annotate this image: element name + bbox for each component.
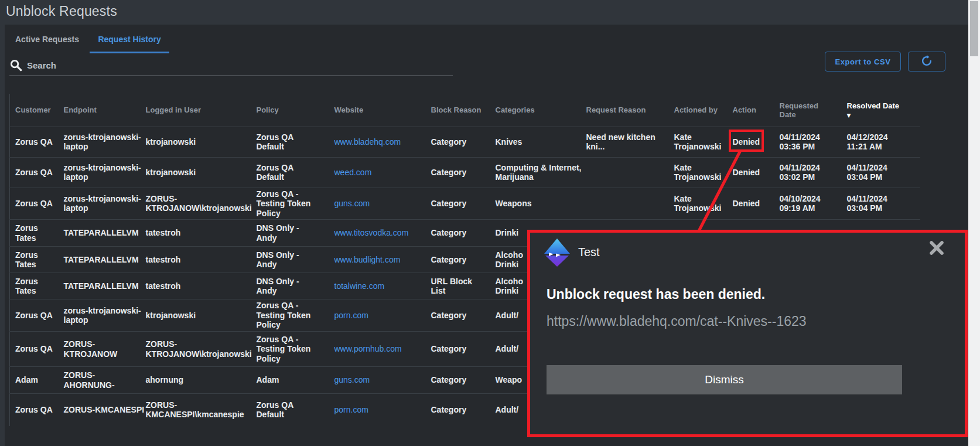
page-title: Unblock Requests [6, 4, 117, 19]
popup-url: https://www.bladehq.com/cat--Knives--162… [547, 314, 807, 329]
search-input[interactable] [27, 60, 453, 73]
cell-categories: Computing & Internet, Marijuana [489, 157, 579, 188]
cell-website: guns.com [327, 188, 424, 220]
column-header[interactable]: Website [327, 94, 424, 127]
cell-block-reason: URL Block List [424, 273, 489, 299]
cell-logged-in-user: tatestroh [139, 273, 250, 299]
column-header[interactable]: Requested Date [773, 94, 840, 127]
cell-endpoint: zorus-ktrojanowski- laptop [57, 188, 139, 220]
page-scrollbar[interactable] [968, 0, 980, 446]
cell-request-reason [579, 188, 667, 220]
search-bar[interactable] [9, 57, 453, 76]
table-row[interactable]: Zorus QA zorus-ktrojanowski- laptop ktro… [10, 157, 920, 188]
column-header-label: Action [733, 105, 756, 114]
column-header[interactable]: Policy [250, 94, 327, 127]
cell-logged-in-user: ZORUS- KTROJANOW\ktrojanowski [139, 332, 250, 367]
cell-resolved-date: 04/12/2024 11:21 AM [840, 127, 920, 157]
cell-customer: Zorus QA [10, 394, 57, 426]
cell-request-reason: Need new kitchen kni... [579, 127, 667, 157]
website-link[interactable]: www.pornhub.com [334, 344, 402, 353]
cell-website: porn.com [327, 394, 424, 426]
website-link[interactable]: weed.com [334, 168, 372, 177]
column-header[interactable]: Actioned by [667, 94, 726, 127]
close-icon[interactable] [928, 240, 946, 257]
column-header[interactable]: Logged in User [139, 94, 250, 127]
tab-request-history[interactable]: Request History [90, 35, 169, 53]
cell-website: porn.com [327, 299, 424, 332]
column-header[interactable]: Resolved Date▼ [840, 94, 920, 127]
cell-request-reason [579, 157, 667, 188]
cell-requested-date: 04/11/2024 03:36 PM [773, 127, 840, 157]
column-header-label: Logged in User [146, 105, 202, 114]
export-to-csv-button[interactable]: Export to CSV [825, 52, 901, 72]
cell-endpoint: TATEPARALLELVM [57, 247, 139, 273]
website-link[interactable]: www.titosvodka.com [334, 228, 409, 237]
column-header-label: Endpoint [64, 105, 97, 114]
cell-block-reason: Category [424, 220, 489, 247]
cell-endpoint: zorus-ktrojanowski- laptop [57, 127, 139, 157]
cell-endpoint: zorus-ktrojanowski- laptop [57, 157, 139, 188]
cell-block-reason: Category [424, 299, 489, 332]
cell-website: weed.com [327, 157, 424, 188]
column-header-label: Customer [15, 105, 51, 114]
website-link[interactable]: porn.com [334, 405, 368, 414]
cell-customer: Zorus QA [10, 299, 57, 332]
dismiss-button[interactable]: Dismiss [547, 365, 902, 394]
cell-categories: Knives [489, 127, 579, 157]
tab-active-requests[interactable]: Active Requests [7, 35, 87, 52]
cell-policy: Zorus QA Default [250, 127, 327, 157]
website-link[interactable]: totalwine.com [334, 281, 385, 291]
cell-website: totalwine.com [327, 273, 424, 299]
website-link[interactable]: porn.com [334, 311, 368, 320]
cell-actioned-by: Kate Trojanowski [667, 157, 726, 188]
cell-block-reason: Category [424, 127, 489, 157]
popup-header: Test [530, 233, 965, 274]
cell-website: guns.com [327, 367, 424, 394]
search-icon [9, 59, 23, 74]
cell-customer: Zorus Tates [10, 220, 57, 247]
column-header-label: Actioned by [674, 105, 718, 114]
cell-endpoint: ZORUS-KMCANESPI [57, 394, 139, 426]
column-header[interactable]: Request Reason [579, 94, 667, 127]
column-header[interactable]: Endpoint [57, 94, 139, 127]
cell-endpoint: ZORUS- AHORNUNG- [57, 367, 139, 394]
website-link[interactable]: www.bladehq.com [334, 137, 401, 147]
website-link[interactable]: www.budlight.com [334, 255, 401, 264]
column-header[interactable]: Categories [489, 94, 579, 127]
column-header-label: Website [334, 105, 364, 114]
cell-website: www.pornhub.com [327, 332, 424, 367]
refresh-button[interactable] [908, 52, 945, 72]
cell-policy: Zorus QA - Testing Token Policy [250, 299, 327, 332]
table-header-row: Customer Endpoint Logged in User Policy … [10, 94, 920, 127]
cell-customer: Zorus QA [10, 332, 57, 367]
cell-endpoint: ZORUS- KTROJANOW [57, 332, 139, 367]
column-header-label: Policy [257, 105, 279, 114]
cell-customer: Zorus Tates [10, 273, 57, 299]
cell-block-reason: Category [424, 157, 489, 188]
table-row[interactable]: Zorus QA zorus-ktrojanowski- laptop ktro… [10, 127, 920, 157]
cell-policy: Adam [250, 367, 327, 394]
cell-logged-in-user: ZORUS- KMCANESPI\kmcanespie [139, 394, 250, 426]
cell-policy: DNS Only - Andy [250, 273, 327, 299]
cell-website: www.bladehq.com [327, 127, 424, 157]
cell-customer: Zorus Tates [10, 247, 57, 273]
cell-block-reason: Category [424, 188, 489, 220]
cell-actioned-by: Kate Trojanowski [667, 188, 726, 220]
cell-actioned-by: Kate Trojanowski [667, 127, 726, 157]
cell-resolved-date: 04/11/2024 03:04 PM [840, 157, 920, 188]
popup-app-name: Test [578, 246, 600, 259]
cell-logged-in-user: ktrojanowski [139, 157, 250, 188]
column-header[interactable]: Customer [10, 94, 57, 127]
scrollbar-thumb[interactable] [970, 1, 978, 56]
column-header[interactable]: Block Reason [424, 94, 489, 127]
cell-block-reason: Category [424, 332, 489, 367]
cell-policy: Zorus QA - Testing Token Policy [250, 332, 327, 367]
website-link[interactable]: guns.com [334, 199, 370, 208]
website-link[interactable]: guns.com [334, 375, 370, 384]
screen: Unblock Requests Active Requests Request… [0, 0, 980, 446]
table-row[interactable]: Zorus QA zorus-ktrojanowski- laptop ZORU… [10, 188, 920, 220]
column-header[interactable]: Action [726, 94, 773, 127]
cell-policy: Zorus QA Default [250, 157, 327, 188]
cell-logged-in-user: tatestroh [139, 220, 250, 247]
cell-policy: DNS Only - Andy [250, 247, 327, 273]
